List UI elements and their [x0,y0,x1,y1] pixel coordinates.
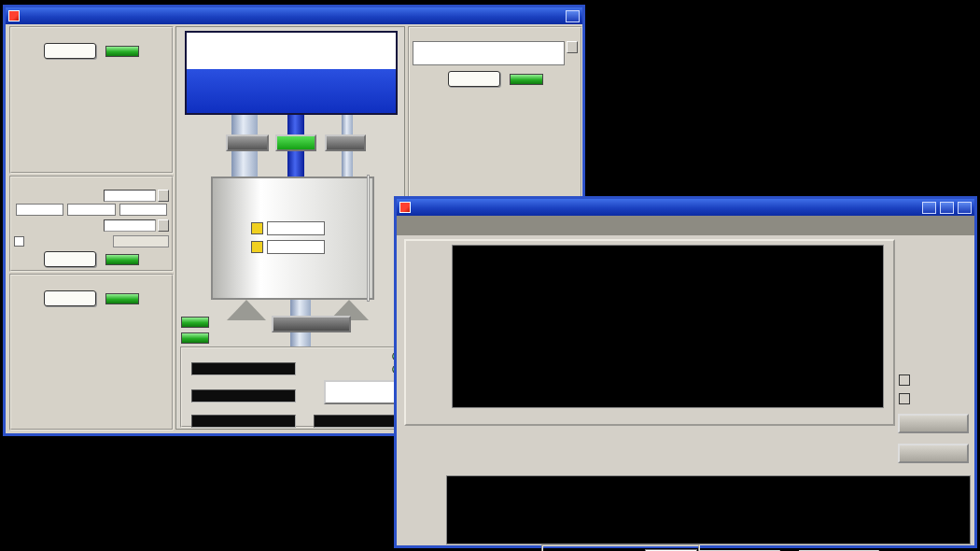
correction-x3-value [113,235,169,247]
cycle-management-group [408,26,582,204]
cycle-led-row [181,317,215,328]
waiting-receptacle-led [181,332,209,344]
tab-bar [397,216,974,235]
desktop [0,0,980,551]
max-value-field[interactable] [119,204,167,216]
enodview-titlebar[interactable] [397,199,974,216]
cf-button[interactable] [275,134,316,151]
group-title [11,28,172,40]
dropdown-button[interactable] [158,190,169,202]
inflight-level-field[interactable] [67,204,115,216]
send-status-led [510,74,543,85]
std-display [191,415,296,428]
net-weight-value[interactable] [267,221,325,235]
group-title [410,28,581,40]
enodview-window [394,196,977,548]
supply-hopper [185,31,398,115]
net-tag [251,222,263,234]
emptying-button[interactable] [272,316,351,332]
app-icon [8,10,20,21]
digital-io-plot[interactable] [446,475,971,544]
send-status-led [105,46,139,57]
dosing-stats-panel [180,346,403,428]
cycle-timings-group [9,274,174,431]
cycles-display [314,415,402,428]
feed-mode-select[interactable] [413,41,565,65]
time-plot[interactable] [452,245,884,408]
level-marker-rail [367,175,370,302]
cycle-time-display [191,389,296,403]
group-title [11,276,172,288]
hopper-product [187,69,396,113]
process-panel [175,26,405,430]
vessel-support-left [227,300,266,320]
send-button[interactable] [44,251,96,267]
min-value-field[interactable] [16,204,63,216]
send-button[interactable] [44,290,96,306]
gross-weight-value[interactable] [267,240,325,254]
dosing-result-display [191,362,296,375]
zoom-button[interactable] [898,444,969,463]
cycle-in-progress-led [181,317,209,328]
dropdown-button[interactable] [158,219,169,232]
cursor1-swatch [899,374,910,386]
inflight-group [9,176,174,272]
send-status-led [105,254,139,265]
cursor2-swatch [899,393,910,404]
send-status-led [105,293,139,304]
send-button[interactable] [44,43,96,59]
hf-button[interactable] [226,134,269,151]
dynamic-zero-button[interactable] [324,380,400,404]
correction-x3-checkbox[interactable] [14,236,24,247]
app-icon [399,202,411,213]
automatic-correction-select[interactable] [104,190,156,202]
filling-titlebar[interactable] [6,7,582,24]
close-button[interactable] [566,10,580,22]
weighing-vessel [211,177,374,300]
cycle-control-group [9,26,174,174]
dropdown-button[interactable] [567,41,578,53]
send-button[interactable] [448,71,500,87]
values-button[interactable] [898,414,969,433]
gross-tag [251,241,263,253]
minimize-button[interactable] [922,202,936,214]
waiting-led-row [181,332,215,344]
ff-button[interactable] [325,134,366,151]
group-title [11,177,172,190]
correction-coefficient-select[interactable] [104,219,156,232]
close-button[interactable] [958,202,972,214]
maximize-button[interactable] [940,202,954,214]
